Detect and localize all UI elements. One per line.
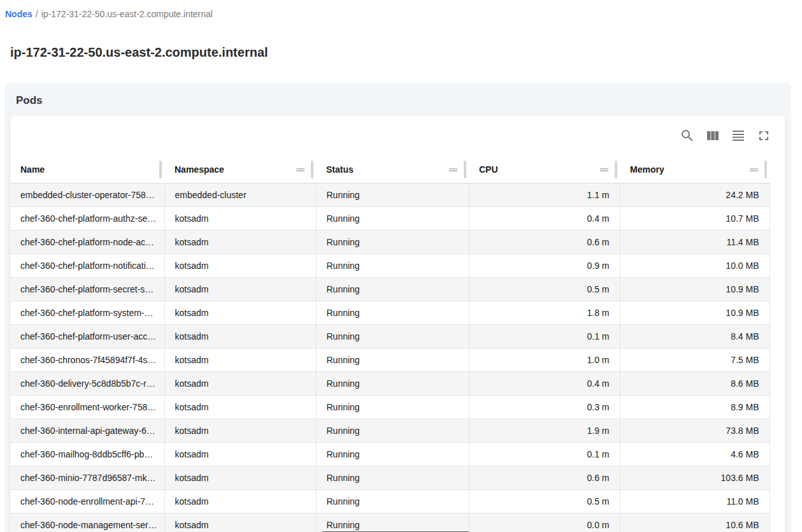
cell-status: Running <box>316 442 469 466</box>
cell-cpu: 0.6 m <box>469 230 620 254</box>
cell-name: chef-360-chef-platform-authz-se… <box>10 206 164 230</box>
cell-cpu: 1.8 m <box>469 301 620 324</box>
cell-memory: 10.7 MB <box>620 206 770 230</box>
cell-status: Running <box>316 466 469 489</box>
density-icon <box>731 128 746 145</box>
cell-name: chef-360-chef-platform-system-… <box>10 301 164 324</box>
table-row: chef-360-chef-platform-secret-s…kotsadmR… <box>10 277 770 301</box>
cell-cpu: 0.0 m <box>469 513 620 532</box>
pods-table-body: embedded-cluster-operator-758…embedded-c… <box>10 183 770 532</box>
column-header-name: Name <box>10 157 164 183</box>
cell-cpu: 1.1 m <box>469 183 620 206</box>
drag-handle-icon[interactable] <box>747 162 761 177</box>
column-resize-handle[interactable] <box>311 161 313 178</box>
cell-namespace: kotsadm <box>164 371 316 395</box>
cell-status: Running <box>316 419 469 442</box>
cell-name: chef-360-internal-api-gateway-6… <box>10 419 164 442</box>
cell-name: chef-360-chef-platform-secret-s… <box>10 277 164 301</box>
cell-memory: 7.5 MB <box>620 348 770 371</box>
cell-cpu: 0.9 m <box>469 254 620 277</box>
page-title: ip-172-31-22-50.us-east-2.compute.intern… <box>10 44 792 61</box>
cell-cpu: 0.5 m <box>469 277 620 301</box>
drag-handle-icon[interactable] <box>293 162 308 177</box>
column-header-memory: Memory <box>620 157 770 183</box>
table-row: chef-360-mailhog-8ddb5cff6-pb…kotsadmRun… <box>10 442 770 466</box>
search-icon <box>680 128 695 145</box>
cell-status: Running <box>316 371 469 395</box>
cell-status: Running <box>316 230 469 254</box>
cell-status: Running <box>316 348 469 371</box>
table-row: chef-360-chef-platform-authz-se…kotsadmR… <box>10 206 770 230</box>
table-row: chef-360-chef-platform-node-ac…kotsadmRu… <box>10 230 770 254</box>
column-label-cpu: CPU <box>479 164 498 175</box>
cell-memory: 10.9 MB <box>620 301 770 324</box>
column-label-namespace: Namespace <box>175 164 224 175</box>
column-header-status: Status <box>316 157 469 183</box>
table-row: embedded-cluster-operator-758…embedded-c… <box>10 183 770 206</box>
breadcrumb-current: ip-172-31-22-50.us-east-2.compute.intern… <box>41 9 213 19</box>
cell-memory: 103.6 MB <box>620 466 770 489</box>
cell-namespace: kotsadm <box>164 348 316 371</box>
cell-namespace: kotsadm <box>164 442 316 466</box>
cell-namespace: kotsadm <box>164 206 316 230</box>
cell-memory: 4.6 MB <box>620 442 770 466</box>
cell-namespace: kotsadm <box>164 489 316 513</box>
cell-status: Running <box>316 277 469 301</box>
cell-name: chef-360-enrollment-worker-758… <box>10 395 164 419</box>
fullscreen-icon <box>756 128 771 145</box>
column-label-name: Name <box>20 164 45 175</box>
column-resize-handle[interactable] <box>615 161 617 178</box>
cell-namespace: kotsadm <box>164 301 316 324</box>
breadcrumb-link-nodes[interactable]: Nodes <box>5 9 32 19</box>
cell-namespace: kotsadm <box>164 277 316 301</box>
cell-namespace: embedded-cluster <box>164 183 316 206</box>
cell-memory: 73.8 MB <box>620 419 770 442</box>
column-label-memory: Memory <box>630 164 664 175</box>
table-row: chef-360-internal-api-gateway-6…kotsadmR… <box>10 419 770 442</box>
cell-cpu: 0.4 m <box>469 371 620 395</box>
pods-table-panel: NameNamespaceStatusCPUMemory embedded-cl… <box>10 116 785 532</box>
fullscreen-toggle-button[interactable] <box>751 124 777 149</box>
cell-name: chef-360-node-management-ser… <box>10 513 164 532</box>
cell-cpu: 1.9 m <box>469 419 620 442</box>
cell-namespace: kotsadm <box>164 513 316 532</box>
cell-cpu: 0.3 m <box>469 395 620 419</box>
cell-memory: 8.9 MB <box>620 395 770 419</box>
cell-namespace: kotsadm <box>164 419 316 442</box>
show-hide-columns-button[interactable] <box>700 124 726 149</box>
cell-memory: 10.6 MB <box>620 513 770 532</box>
column-label-status: Status <box>326 164 354 175</box>
cell-cpu: 1.0 m <box>469 348 620 371</box>
cell-status: Running <box>316 395 469 419</box>
cell-cpu: 0.1 m <box>469 442 620 466</box>
search-button[interactable] <box>675 124 700 149</box>
cell-status: Running <box>316 489 469 513</box>
cell-name: chef-360-chef-platform-notificati… <box>10 254 164 277</box>
cell-namespace: kotsadm <box>164 395 316 419</box>
table-row: chef-360-enrollment-worker-758…kotsadmRu… <box>10 395 770 419</box>
cell-cpu: 0.4 m <box>469 206 620 230</box>
density-toggle-button[interactable] <box>726 124 751 149</box>
cell-name: chef-360-chef-platform-node-ac… <box>10 230 164 254</box>
table-row: chef-360-chronos-7f45894f7f-4s…kotsadmRu… <box>10 348 770 371</box>
drag-handle-icon[interactable] <box>597 162 612 177</box>
table-toolbar <box>10 116 785 157</box>
cell-namespace: kotsadm <box>164 230 316 254</box>
cell-namespace: kotsadm <box>164 466 316 489</box>
pods-card: Pods <box>4 83 791 532</box>
cell-name: chef-360-node-enrollment-api-7… <box>10 489 164 513</box>
cell-namespace: kotsadm <box>164 324 316 348</box>
cell-memory: 8.4 MB <box>620 324 770 348</box>
breadcrumb: Nodes/ip-172-31-22-50.us-east-2.compute.… <box>0 0 802 20</box>
cell-memory: 11.4 MB <box>620 230 770 254</box>
column-resize-handle[interactable] <box>159 161 162 178</box>
cell-cpu: 0.5 m <box>469 489 620 513</box>
drag-handle-icon[interactable] <box>446 162 461 177</box>
column-resize-handle[interactable] <box>764 161 767 178</box>
cell-status: Running <box>316 254 469 277</box>
cell-name: chef-360-chronos-7f45894f7f-4s… <box>10 348 164 371</box>
column-resize-handle[interactable] <box>464 161 466 178</box>
pods-card-title: Pods <box>16 94 785 108</box>
column-header-namespace: Namespace <box>164 157 316 183</box>
breadcrumb-separator: / <box>36 9 38 19</box>
